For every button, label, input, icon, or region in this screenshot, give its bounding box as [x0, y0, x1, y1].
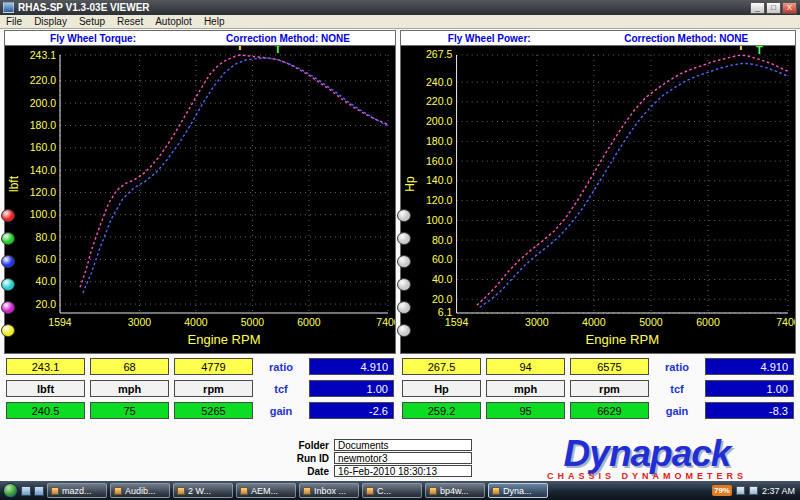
taskbar-button-label: Inbox ...: [314, 486, 346, 496]
torque-peak-rpm: 4779: [174, 358, 253, 375]
maximize-button[interactable]: □: [766, 2, 781, 14]
quicklaunch-icon[interactable]: [21, 486, 31, 496]
svg-text:100.0: 100.0: [426, 214, 453, 226]
torque-gain-label: gain: [258, 402, 304, 419]
svg-text:20.0: 20.0: [36, 298, 57, 310]
channel-button[interactable]: [1, 301, 15, 314]
torque-gain-value: -2.6: [309, 402, 394, 419]
svg-text:180.0: 180.0: [426, 135, 453, 147]
channel-button[interactable]: [397, 324, 411, 337]
tray-icon[interactable]: [736, 486, 745, 495]
clock: 2:37 AM: [762, 486, 795, 496]
run-id-field[interactable]: newmotor3: [334, 452, 472, 464]
taskbar-button[interactable]: Audib...: [110, 483, 170, 498]
channel-button[interactable]: [1, 255, 15, 268]
taskbar-button[interactable]: C...: [362, 483, 422, 498]
svg-text:5000: 5000: [639, 316, 663, 328]
svg-text:3000: 3000: [525, 316, 549, 328]
date-field[interactable]: 16-Feb-2010 18:30:13: [334, 465, 472, 477]
channel-button[interactable]: [1, 232, 15, 245]
taskbar-button-label: bp4w...: [440, 486, 469, 496]
power-chart-plot: 267.5240.0220.0200.0180.0160.0140.0120.0…: [401, 46, 795, 353]
torque-chart-panel: Fly Wheel Torque: Correction Method: NON…: [4, 30, 396, 354]
torque-chart-plot: 243.1220.0200.0180.0160.0140.0120.0100.0…: [5, 46, 395, 353]
channel-button[interactable]: [397, 255, 411, 268]
taskbar-button-icon: [240, 487, 248, 495]
taskbar-button-icon: [303, 487, 311, 495]
power-run2-value: 259.2: [402, 402, 481, 419]
svg-text:5000: 5000: [241, 316, 265, 328]
channel-button[interactable]: [1, 209, 15, 222]
taskbar-button-label: Dyna...: [503, 486, 532, 496]
tray-icon[interactable]: [749, 486, 758, 495]
taskbar-button[interactable]: mazd...: [47, 483, 107, 498]
svg-text:267.5: 267.5: [426, 49, 453, 61]
channel-button[interactable]: [397, 301, 411, 314]
svg-text:200.0: 200.0: [30, 97, 56, 109]
quicklaunch-icon[interactable]: [34, 486, 44, 496]
logo-tagline: CHASSIS DYNAMOMETERS: [500, 471, 794, 481]
taskbar-button-label: Audib...: [125, 486, 156, 496]
taskbar-button[interactable]: Dyna...: [488, 483, 548, 498]
menu-item[interactable]: Autoplot: [149, 15, 198, 28]
power-chart-title: Fly Wheel Power:: [448, 33, 531, 44]
minimize-button[interactable]: _: [750, 2, 765, 14]
power-gain-label: gain: [654, 402, 700, 419]
torque-run2-rpm: 5265: [174, 402, 253, 419]
channel-button[interactable]: [1, 278, 15, 291]
svg-text:6000: 6000: [696, 316, 720, 328]
torque-tcf-label: tcf: [258, 380, 304, 397]
menu-bar: FileDisplaySetupResetAutoplotHelp: [0, 15, 800, 29]
svg-text:7400: 7400: [376, 316, 395, 328]
svg-text:40.0: 40.0: [36, 275, 57, 287]
title-bar: RHAS-SP V1.3-03E VIEWER _ □ X: [0, 0, 800, 15]
taskbar-button-label: mazd...: [62, 486, 92, 496]
date-label: Date: [286, 466, 334, 477]
torque-rpm-label: rpm: [174, 380, 253, 397]
torque-run2-value: 240.5: [6, 402, 85, 419]
taskbar-button[interactable]: Inbox ...: [299, 483, 359, 498]
taskbar-button-icon: [492, 487, 500, 495]
svg-text:lbft: lbft: [7, 175, 21, 192]
svg-text:T: T: [737, 46, 744, 52]
menu-item[interactable]: Display: [28, 15, 73, 28]
svg-text:Hp: Hp: [403, 176, 417, 192]
power-peak-rpm: 6575: [570, 358, 649, 375]
power-run2-rpm: 6629: [570, 402, 649, 419]
svg-text:100.0: 100.0: [30, 208, 56, 220]
svg-text:80.0: 80.0: [36, 231, 57, 243]
taskbar-button[interactable]: bp4w...: [425, 483, 485, 498]
svg-text:T: T: [756, 46, 763, 56]
run-id-label: Run ID: [286, 453, 334, 464]
taskbar-button[interactable]: AEM...: [236, 483, 296, 498]
power-ratio-value: 4.910: [705, 358, 794, 375]
svg-text:Engine RPM: Engine RPM: [188, 332, 261, 347]
power-correction-method: Correction Method: NONE: [624, 33, 748, 44]
close-button[interactable]: X: [782, 2, 797, 14]
channel-button[interactable]: [1, 324, 15, 337]
torque-peak-mph: 68: [90, 358, 169, 375]
menu-item[interactable]: File: [0, 15, 28, 28]
taskbar-button-icon: [366, 487, 374, 495]
taskbar-button[interactable]: 2 W...: [173, 483, 233, 498]
start-button[interactable]: [3, 483, 18, 498]
torque-chart-title: Fly Wheel Torque:: [50, 33, 136, 44]
power-rpm-label: rpm: [570, 380, 649, 397]
svg-text:4000: 4000: [184, 316, 208, 328]
power-mph-label: mph: [486, 380, 565, 397]
svg-text:220.0: 220.0: [30, 74, 56, 86]
menu-item[interactable]: Reset: [111, 15, 149, 28]
svg-text:180.0: 180.0: [30, 119, 56, 131]
menu-item[interactable]: Help: [198, 15, 231, 28]
channel-button[interactable]: [397, 209, 411, 222]
svg-text:60.0: 60.0: [432, 253, 453, 265]
channel-button[interactable]: [397, 278, 411, 291]
channel-button[interactable]: [397, 232, 411, 245]
power-peak-mph: 94: [486, 358, 565, 375]
taskbar-button-label: C...: [377, 486, 391, 496]
folder-field[interactable]: Documents: [334, 439, 472, 451]
svg-text:160.0: 160.0: [426, 155, 453, 167]
run-info-panel: Folder Documents Run ID newmotor3 Date 1…: [286, 439, 472, 478]
svg-text:6000: 6000: [297, 316, 321, 328]
menu-item[interactable]: Setup: [73, 15, 111, 28]
